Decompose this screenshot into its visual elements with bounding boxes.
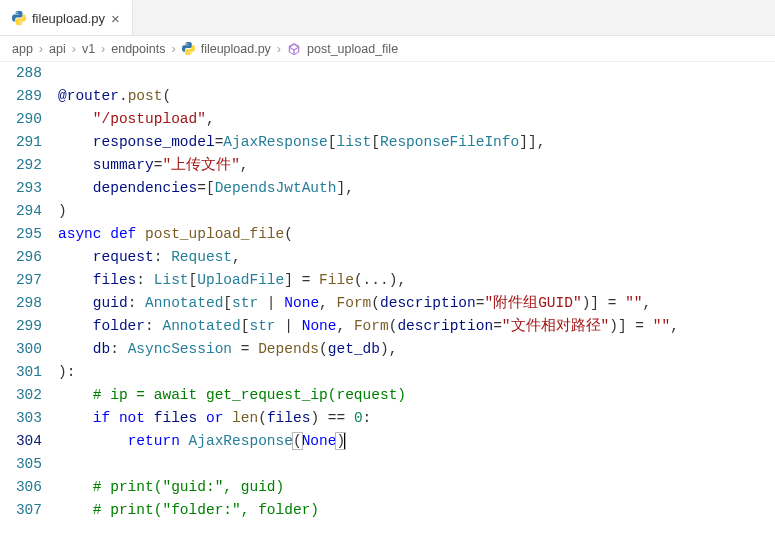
code-line[interactable]: "/postupload", (58, 108, 775, 131)
python-file-icon (12, 11, 26, 25)
code-line[interactable]: # print("guid:", guid) (58, 476, 775, 499)
line-number: 295 (0, 223, 42, 246)
code-editor[interactable]: 2882892902912922932942952962972982993003… (0, 62, 775, 522)
line-number: 289 (0, 85, 42, 108)
code-line[interactable]: guid: Annotated[str | None, Form(descrip… (58, 292, 775, 315)
crumb-endpoints[interactable]: endpoints (111, 42, 165, 56)
chevron-right-icon: › (101, 42, 105, 56)
line-number: 305 (0, 453, 42, 476)
line-number: 298 (0, 292, 42, 315)
code-line[interactable]: async def post_upload_file( (58, 223, 775, 246)
line-number-gutter: 2882892902912922932942952962972982993003… (0, 62, 58, 522)
line-number: 304 (0, 430, 42, 453)
code-line[interactable]: summary="上传文件", (58, 154, 775, 177)
line-number: 292 (0, 154, 42, 177)
python-file-icon (182, 42, 195, 55)
crumb-api[interactable]: api (49, 42, 66, 56)
breadcrumb: app › api › v1 › endpoints › fileupload.… (0, 36, 775, 62)
code-line[interactable]: ): (58, 361, 775, 384)
tab-label: fileupload.py (32, 11, 105, 26)
line-number: 293 (0, 177, 42, 200)
code-line[interactable]: request: Request, (58, 246, 775, 269)
code-line[interactable]: if not files or len(files) == 0: (58, 407, 775, 430)
line-number: 297 (0, 269, 42, 292)
code-line[interactable] (58, 62, 775, 85)
tab-fileupload[interactable]: fileupload.py × (0, 0, 133, 35)
code-line[interactable] (58, 453, 775, 476)
line-number: 301 (0, 361, 42, 384)
close-icon[interactable]: × (111, 10, 120, 27)
crumb-v1[interactable]: v1 (82, 42, 95, 56)
code-line[interactable]: folder: Annotated[str | None, Form(descr… (58, 315, 775, 338)
text-cursor (344, 432, 345, 450)
chevron-right-icon: › (39, 42, 43, 56)
code-line[interactable]: # ip = await get_request_ip(request) (58, 384, 775, 407)
code-line[interactable]: files: List[UploadFile] = File(...), (58, 269, 775, 292)
line-number: 307 (0, 499, 42, 522)
code-line[interactable]: response_model=AjaxResponse[list[Respons… (58, 131, 775, 154)
code-line[interactable]: return AjaxResponse(None) (58, 430, 775, 453)
chevron-right-icon: › (171, 42, 175, 56)
code-line[interactable]: # print("folder:", folder) (58, 499, 775, 522)
line-number: 288 (0, 62, 42, 85)
line-number: 296 (0, 246, 42, 269)
line-number: 306 (0, 476, 42, 499)
line-number: 300 (0, 338, 42, 361)
tab-bar: fileupload.py × (0, 0, 775, 36)
line-number: 290 (0, 108, 42, 131)
line-number: 303 (0, 407, 42, 430)
code-area[interactable]: @router.post( "/postupload", response_mo… (58, 62, 775, 522)
crumb-app[interactable]: app (12, 42, 33, 56)
code-line[interactable]: @router.post( (58, 85, 775, 108)
code-line[interactable]: db: AsyncSession = Depends(get_db), (58, 338, 775, 361)
crumb-symbol[interactable]: post_upload_file (307, 42, 398, 56)
code-line[interactable]: dependencies=[DependsJwtAuth], (58, 177, 775, 200)
code-line[interactable]: ) (58, 200, 775, 223)
crumb-file[interactable]: fileupload.py (201, 42, 271, 56)
chevron-right-icon: › (277, 42, 281, 56)
symbol-method-icon (287, 42, 301, 56)
line-number: 294 (0, 200, 42, 223)
line-number: 299 (0, 315, 42, 338)
chevron-right-icon: › (72, 42, 76, 56)
line-number: 291 (0, 131, 42, 154)
line-number: 302 (0, 384, 42, 407)
